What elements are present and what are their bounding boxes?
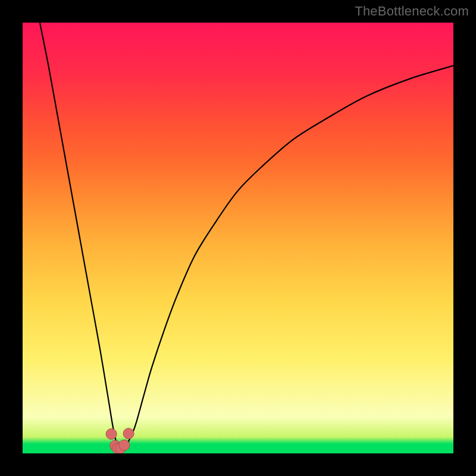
valley-marker	[106, 428, 117, 439]
plot-area	[23, 23, 453, 453]
bottleneck-curve	[40, 23, 453, 448]
chart-svg	[23, 23, 453, 453]
valley-marker	[119, 440, 130, 450]
valley-marker	[123, 428, 134, 439]
chart-frame: TheBottleneck.com	[0, 0, 476, 476]
watermark-text: TheBottleneck.com	[355, 4, 469, 19]
